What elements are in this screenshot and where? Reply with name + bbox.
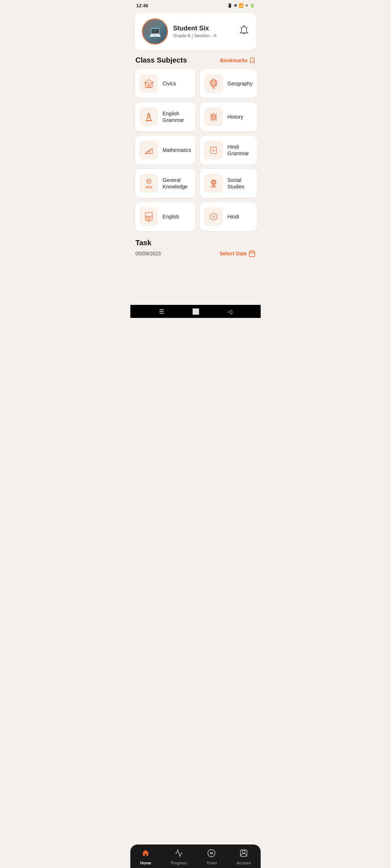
hindi-label: Hindi xyxy=(227,213,239,220)
svg-line-28 xyxy=(145,148,152,153)
svg-text:अ: अ xyxy=(212,214,215,219)
svg-text:द: द xyxy=(212,148,215,153)
svg-rect-4 xyxy=(147,85,149,88)
subject-card-geography[interactable]: Geography xyxy=(199,69,257,98)
subject-card-social-studies[interactable]: Social Studies xyxy=(199,169,257,198)
system-nav-bar: ☰ ⬜ ◁ xyxy=(130,305,261,318)
sys-home-icon[interactable]: ⬜ xyxy=(192,308,199,315)
subject-card-history[interactable]: History xyxy=(199,102,257,132)
profile-name: Student Six xyxy=(173,25,216,32)
bookmarks-link[interactable]: Bookmarks xyxy=(220,57,256,64)
status-time: 12:46 xyxy=(136,3,148,8)
bell-icon[interactable] xyxy=(239,25,249,38)
select-date-button[interactable]: Select Date xyxy=(220,250,256,257)
english-icon: ABC xyxy=(139,207,158,226)
svg-marker-3 xyxy=(144,80,154,83)
status-icons: 📳 ✱ 📶 ✕ 🔋 xyxy=(227,3,255,8)
english-label: English xyxy=(163,213,179,220)
mathematics-icon xyxy=(139,141,158,159)
bookmarks-label: Bookmarks xyxy=(220,58,248,63)
subject-card-english[interactable]: ABC English xyxy=(135,202,196,231)
sys-menu-icon[interactable]: ☰ xyxy=(159,308,164,315)
english-grammar-label: English Grammar xyxy=(163,110,191,123)
general-knowledge-icon xyxy=(139,174,158,193)
social-studies-icon xyxy=(204,174,223,193)
task-section: Task 05/09/2023 Select Date xyxy=(130,231,261,261)
subject-card-mathematics[interactable]: Mathematics xyxy=(135,135,196,165)
civics-icon xyxy=(139,74,158,93)
svg-line-40 xyxy=(147,183,147,183)
hindi-grammar-label: Hindi Grammar xyxy=(227,144,252,157)
subject-card-general-knowledge[interactable]: General Knowledge xyxy=(135,169,196,198)
class-subjects-header: Class Subjects Bookmarks xyxy=(130,56,261,69)
svg-text:ABC: ABC xyxy=(146,215,152,218)
task-date: 05/09/2023 xyxy=(135,251,161,256)
sys-back-icon[interactable]: ◁ xyxy=(228,308,232,315)
social-studies-label: Social Studies xyxy=(227,177,252,190)
hindi-icon: अ xyxy=(204,207,223,226)
subject-card-hindi-grammar[interactable]: द Hindi Grammar xyxy=(199,135,257,165)
history-icon xyxy=(204,107,223,126)
svg-rect-61 xyxy=(249,251,255,256)
subject-card-civics[interactable]: Civics xyxy=(135,69,196,98)
svg-line-39 xyxy=(150,183,151,183)
status-bar: 12:46 📳 ✱ 📶 ✕ 🔋 xyxy=(130,0,261,10)
history-label: History xyxy=(227,114,243,120)
mathematics-label: Mathematics xyxy=(163,147,191,153)
svg-line-37 xyxy=(150,179,151,180)
geography-icon xyxy=(204,74,223,93)
select-date-label: Select Date xyxy=(220,251,247,256)
profile-grade: Grade-6 | Section : A xyxy=(173,33,216,38)
civics-label: Civics xyxy=(163,80,176,87)
avatar xyxy=(142,18,168,44)
geography-label: Geography xyxy=(227,80,252,87)
hindi-grammar-icon: द xyxy=(204,141,223,159)
task-title: Task xyxy=(135,239,256,247)
profile-card: Student Six Grade-6 | Section : A xyxy=(135,13,256,50)
general-knowledge-label: General Knowledge xyxy=(163,177,191,190)
svg-rect-5 xyxy=(149,85,151,88)
subject-card-english-grammar[interactable]: English Grammar xyxy=(135,102,196,132)
class-subjects-title: Class Subjects xyxy=(135,56,187,64)
english-grammar-icon xyxy=(139,107,158,126)
svg-line-42 xyxy=(147,179,147,180)
subject-card-hindi[interactable]: अ Hindi xyxy=(199,202,257,231)
svg-line-1 xyxy=(240,27,241,28)
subject-grid: Civics Geography xyxy=(130,69,261,231)
svg-line-0 xyxy=(247,27,248,28)
svg-rect-21 xyxy=(212,115,216,120)
